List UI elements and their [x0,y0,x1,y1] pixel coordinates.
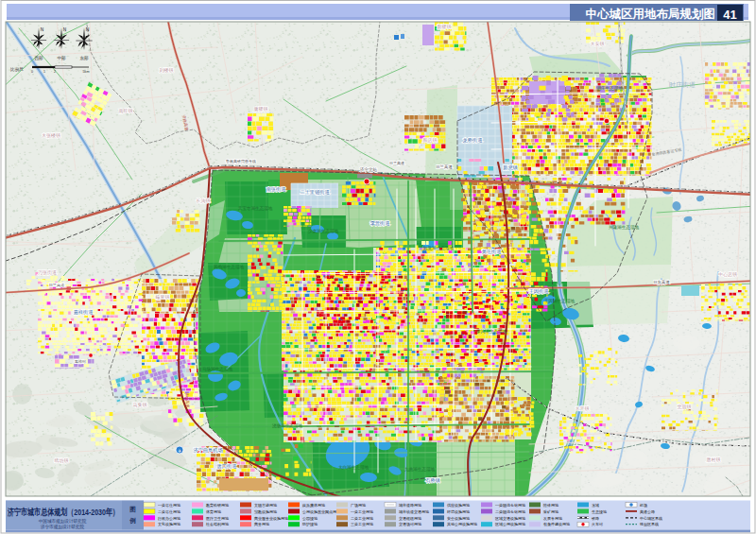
svg-text:时庄街道: 时庄街道 [669,81,696,89]
svg-text:高速公路: 高速公路 [640,509,655,514]
svg-text:唐口街道: 唐口街道 [217,463,238,470]
svg-text:其他公用设施用地: 其他公用设施用地 [447,522,477,526]
svg-text:商务用地: 商务用地 [254,522,269,526]
svg-text:马集镇: 马集镇 [133,402,147,407]
svg-text:一类居住用地: 一类居住用地 [158,503,180,508]
svg-text:大平镇: 大平镇 [576,405,590,411]
svg-text:区域公用设施用地: 区域公用设施用地 [495,522,525,526]
svg-text:发展备用地: 发展备用地 [543,516,562,521]
svg-text:城市道路用地: 城市道路用地 [398,503,421,508]
svg-text:泗庄生态湿地: 泗庄生态湿地 [596,85,623,92]
svg-text:九曲湖生态湿地: 九曲湖生态湿地 [404,466,436,473]
svg-text:日兰高速: 日兰高速 [436,164,453,169]
svg-text:李营街道: 李营街道 [370,220,391,227]
svg-text:医疗卫生用地: 医疗卫生用地 [206,516,229,521]
svg-text:41: 41 [723,8,736,22]
svg-text:王因湖生态湿地: 王因湖生态湿地 [544,298,576,304]
svg-text:日兰高速: 日兰高速 [49,283,65,287]
svg-text:供应设施用地: 供应设施用地 [447,503,470,508]
svg-text:中心城区用地布局规划图: 中心城区用地布局规划图 [586,7,716,21]
svg-text:例: 例 [129,517,136,525]
svg-text:济宁曲阜机场: 济宁曲阜机场 [193,447,222,454]
svg-text:采矿用地: 采矿用地 [542,509,558,514]
svg-text:公用设施营业网点用地: 公用设施营业网点用地 [302,509,340,514]
svg-text:N: N [63,27,67,32]
svg-text:日东高速: 日东高速 [653,280,670,284]
svg-text:颜店镇: 颜店镇 [423,137,438,143]
svg-text:兴隆湖生态湿地: 兴隆湖生态湿地 [609,224,640,230]
svg-text:凤鸣湖生态湿地: 凤鸣湖生态湿地 [214,264,245,269]
svg-text:疃里镇: 疃里镇 [156,294,170,301]
svg-text:中心店镇: 中心店镇 [718,271,737,277]
svg-text:环境设施用地: 环境设施用地 [446,509,470,514]
svg-text:刘楼镇: 刘楼镇 [160,67,174,74]
svg-text:二类工业用地: 二类工业用地 [351,516,373,521]
svg-text:南旺镇: 南旺镇 [119,108,133,113]
svg-text:龙桥街道: 龙桥街道 [463,137,484,144]
svg-text:三类工业用地: 三类工业用地 [351,522,373,526]
svg-text:马场湖生态湿地: 马场湖生态湿地 [202,366,233,372]
svg-text:二十里铺街道: 二十里铺街道 [300,189,330,196]
svg-text:日兰高速: 日兰高速 [389,161,404,165]
svg-text:北宿镇: 北宿镇 [678,404,692,410]
svg-text:中心城区界线: 中心城区界线 [640,516,662,521]
svg-text:太白湖生态湿地: 太白湖生态湿地 [338,464,369,471]
svg-text:石桥镇: 石桥镇 [425,477,440,483]
svg-text:1: 1 [43,70,45,74]
svg-text:嘉祥站: 嘉祥站 [75,359,87,364]
svg-text:王因街道: 王因街道 [529,288,550,295]
svg-text:文化设施用地: 文化设施用地 [158,522,180,526]
svg-text:康驿镇: 康驿镇 [254,106,268,112]
svg-text:浇垡湖生态湿地: 浇垡湖生态湿地 [272,422,303,429]
svg-text:二类居住用地: 二类居住用地 [158,509,180,514]
svg-text:纸坊镇: 纸坊镇 [55,457,69,464]
svg-text:天宝寺湖生态湿地: 天宝寺湖生态湿地 [238,205,273,211]
svg-text:南张街道: 南张街道 [266,186,287,193]
svg-text:一类工业用地: 一类工业用地 [351,509,373,514]
svg-text:N: N [86,26,90,32]
svg-text:防护绿地: 防护绿地 [302,522,318,526]
svg-text:大安镇: 大安镇 [591,41,605,46]
svg-text:5km: 5km [83,70,90,74]
svg-text:娱乐康体用地: 娱乐康体用地 [301,503,325,508]
svg-text:长沟镇: 长沟镇 [197,198,211,204]
svg-text:水域: 水域 [592,503,599,508]
svg-text:唐村镇: 唐村镇 [707,456,721,463]
svg-text:交通枢纽用地: 交通枢纽用地 [399,516,421,521]
svg-text:公园绿地: 公园绿地 [302,516,318,521]
svg-text:体育用地: 体育用地 [206,509,221,514]
svg-text:生态绿地: 生态绿地 [592,509,607,514]
svg-text:✈: ✈ [178,448,181,454]
svg-text:济宁市城市总体规划（2014-2030年）: 济宁市城市总体规划（2014-2030年） [7,507,119,518]
svg-text:少康湖生态湿地: 少康湖生态湿地 [308,228,339,234]
svg-text:济宁市规划设计研究院: 济宁市规划设计研究院 [41,524,84,530]
svg-text:嘉祥街道: 嘉祥街道 [74,309,94,316]
svg-text:火车站: 火车站 [592,522,603,526]
svg-text:廖沟湖生态湿地: 廖沟湖生态湿地 [476,328,507,335]
svg-text:安全设施用地: 安全设施用地 [447,516,470,521]
svg-text:有条件建设用地: 有条件建设用地 [543,522,570,526]
svg-text:新驿镇: 新驿镇 [438,24,452,30]
svg-text:铁路: 铁路 [591,516,599,521]
svg-text:图: 图 [129,506,136,513]
svg-text:区域交通设施用地: 区域交通设施用地 [495,516,525,521]
svg-text:0: 0 [31,70,33,74]
svg-text:城市轨道交通用地: 城市轨道交通用地 [398,509,429,514]
svg-text:大张楼镇: 大张楼镇 [42,132,60,139]
svg-text:万张街道: 万张街道 [38,269,57,276]
svg-text:黄屯街道: 黄屯街道 [482,249,503,255]
svg-text:行政办公用地: 行政办公用地 [157,516,180,521]
svg-text:N: N [41,27,44,32]
svg-text:新兖镇: 新兖镇 [503,164,518,171]
svg-text:如意湖生态湿地: 如意湖生态湿地 [422,245,455,251]
svg-text:2: 2 [54,70,56,74]
